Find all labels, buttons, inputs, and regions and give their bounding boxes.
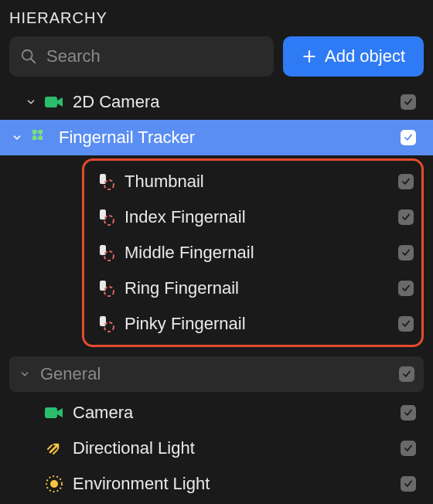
visibility-checkbox[interactable] [399, 439, 418, 458]
tracker-icon [29, 128, 51, 147]
tree-item-label: Camera [73, 403, 399, 423]
visibility-checkbox[interactable] [399, 93, 418, 111]
tree-item-2d-camera[interactable]: 2D Camera [9, 84, 424, 120]
tree-item-index-fingernail[interactable]: Index Fingernail [84, 199, 421, 235]
visibility-checkbox[interactable] [397, 365, 416, 383]
tree-item-directional-light[interactable]: Directional Light [9, 431, 424, 466]
svg-line-1 [31, 59, 36, 63]
search-input[interactable] [46, 46, 263, 66]
svg-point-14 [104, 216, 114, 225]
chevron-down-icon[interactable] [9, 132, 25, 143]
search-icon [20, 48, 37, 65]
tree-item-pinky-fingernail[interactable]: Pinky Fingernail [84, 306, 421, 342]
highlighted-group: Thumbnail Index Fingernail [82, 158, 424, 347]
visibility-checkbox[interactable] [397, 172, 415, 191]
visibility-checkbox[interactable] [397, 315, 415, 333]
svg-rect-18 [45, 407, 57, 418]
tree-item-label: Ring Fingernail [124, 278, 397, 298]
tree-item-label: Middle Fingernail [124, 243, 397, 263]
environment-light-icon [43, 474, 65, 494]
search-box[interactable] [9, 36, 274, 77]
svg-rect-8 [39, 136, 43, 140]
svg-rect-6 [39, 130, 43, 134]
tree-item-fingernail-tracker[interactable]: Fingernail Tracker [0, 120, 433, 155]
tree-item-camera[interactable]: Camera [9, 395, 424, 431]
tree-item-label: 2D Camera [73, 92, 399, 112]
fingernail-icon [95, 314, 117, 334]
visibility-checkbox[interactable] [397, 208, 415, 226]
visibility-checkbox[interactable] [397, 279, 415, 298]
tree-item-ring-fingernail[interactable]: Ring Fingernail [84, 271, 421, 306]
chevron-down-icon[interactable] [23, 97, 39, 107]
tree-item-middle-fingernail[interactable]: Middle Fingernail [84, 235, 421, 271]
tree-item-label: Thumbnail [124, 172, 397, 192]
section-header-general[interactable]: General [9, 356, 424, 392]
fingernail-icon [95, 207, 117, 227]
chevron-down-icon[interactable] [17, 369, 32, 380]
svg-rect-5 [32, 130, 36, 134]
panel-title: HIERARCHY [9, 9, 424, 27]
toolbar: Add object [9, 36, 424, 77]
plus-icon [302, 49, 317, 64]
add-object-label: Add object [325, 46, 405, 66]
section-label: General [40, 364, 397, 384]
svg-point-16 [104, 287, 114, 296]
directional-light-icon [43, 438, 65, 458]
visibility-checkbox[interactable] [399, 475, 418, 493]
tree-item-label: Pinky Fingernail [124, 314, 397, 334]
hierarchy-tree: 2D Camera Fingernail Tracker [9, 84, 424, 502]
visibility-checkbox[interactable] [397, 243, 415, 262]
tree-item-label: Index Fingernail [124, 207, 397, 227]
svg-point-13 [104, 180, 114, 189]
svg-point-17 [104, 322, 114, 332]
tree-item-label: Directional Light [73, 438, 399, 458]
camera-icon [43, 405, 65, 421]
add-object-button[interactable]: Add object [283, 36, 424, 77]
fingernail-icon [95, 278, 117, 298]
tree-item-label: Environment Light [73, 474, 399, 494]
svg-point-15 [104, 251, 114, 261]
fingernail-icon [95, 172, 117, 192]
tree-item-thumbnail[interactable]: Thumbnail [84, 164, 421, 199]
camera-icon [43, 94, 65, 110]
svg-point-19 [50, 480, 58, 488]
svg-rect-7 [32, 136, 36, 140]
tree-item-label: Fingernail Tracker [59, 128, 399, 148]
visibility-checkbox[interactable] [399, 128, 418, 147]
visibility-checkbox[interactable] [399, 404, 418, 422]
fingernail-icon [95, 243, 117, 263]
tree-item-environment-light[interactable]: Environment Light [9, 466, 424, 502]
svg-rect-4 [45, 97, 57, 107]
